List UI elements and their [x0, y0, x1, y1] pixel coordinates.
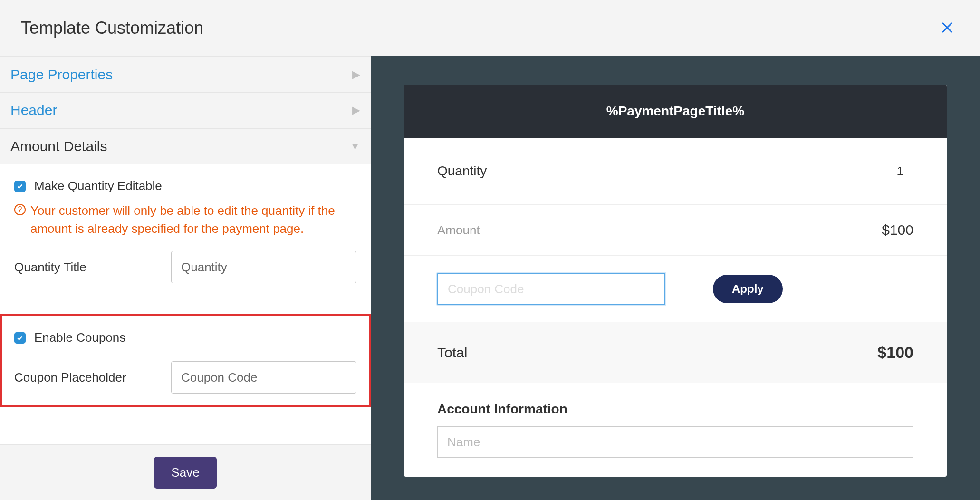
preview-total-label: Total [437, 345, 467, 361]
preview-coupon-row: Apply [404, 256, 947, 322]
accordion-label: Amount Details [10, 138, 107, 154]
preview-quantity-input[interactable] [809, 155, 913, 187]
accordion-page-properties[interactable]: Page Properties ▶ [0, 56, 371, 92]
preview-name-wrap [404, 426, 947, 477]
preview-card: %PaymentPageTitle% Quantity Amount $100 … [404, 85, 947, 477]
chevron-right-icon: ▶ [352, 68, 360, 81]
make-quantity-editable-label: Make Quantity Editable [34, 179, 162, 193]
accordion-amount-details[interactable]: Amount Details ▼ [0, 128, 371, 164]
accordion-header[interactable]: Header ▶ [0, 92, 371, 128]
coupon-placeholder-input[interactable] [171, 361, 356, 394]
make-quantity-editable-checkbox[interactable] [14, 181, 26, 192]
preview-total-row: Total $100 [404, 322, 947, 383]
chevron-down-icon: ▼ [350, 140, 360, 153]
accordion-label: Page Properties [10, 67, 113, 83]
chevron-right-icon: ▶ [352, 104, 360, 116]
apply-button[interactable]: Apply [713, 275, 783, 303]
make-quantity-editable-row: Make Quantity Editable [14, 179, 356, 193]
coupon-placeholder-label: Coupon Placeholder [14, 370, 162, 385]
preview-total-value: $100 [877, 343, 913, 362]
close-icon[interactable] [940, 18, 959, 39]
quantity-title-input[interactable] [171, 251, 356, 283]
preview-amount-row: Amount $100 [404, 205, 947, 256]
help-icon: ? [14, 204, 26, 215]
help-message: ? Your customer will only be able to edi… [14, 202, 356, 238]
enable-coupons-label: Enable Coupons [34, 330, 125, 345]
coupon-settings-highlight: Enable Coupons Coupon Placeholder [0, 314, 371, 407]
preview-quantity-row: Quantity [404, 138, 947, 205]
preview-coupon-input[interactable] [437, 273, 665, 305]
enable-coupons-row: Enable Coupons [14, 330, 356, 345]
preview-amount-label: Amount [437, 223, 480, 238]
preview-name-input[interactable] [437, 426, 913, 458]
page-title: Template Customization [21, 18, 203, 38]
sidebar: Page Properties ▶ Header ▶ Amount Detail… [0, 56, 371, 500]
preview-quantity-label: Quantity [437, 163, 487, 179]
save-bar: Save [0, 444, 371, 500]
divider [14, 298, 356, 298]
save-button[interactable]: Save [154, 457, 216, 489]
preview-area: %PaymentPageTitle% Quantity Amount $100 … [371, 56, 980, 500]
preview-page-title: %PaymentPageTitle% [404, 85, 947, 138]
help-text: Your customer will only be able to edit … [30, 202, 356, 238]
quantity-title-label: Quantity Title [14, 260, 162, 275]
amount-details-panel: Make Quantity Editable ? Your customer w… [0, 164, 371, 444]
enable-coupons-checkbox[interactable] [14, 332, 26, 344]
preview-account-info-title: Account Information [404, 383, 947, 426]
modal-header: Template Customization [0, 0, 980, 56]
preview-amount-value: $100 [882, 222, 913, 238]
coupon-placeholder-row: Coupon Placeholder [14, 361, 356, 394]
accordion-label: Header [10, 102, 57, 118]
quantity-title-row: Quantity Title [14, 251, 356, 283]
